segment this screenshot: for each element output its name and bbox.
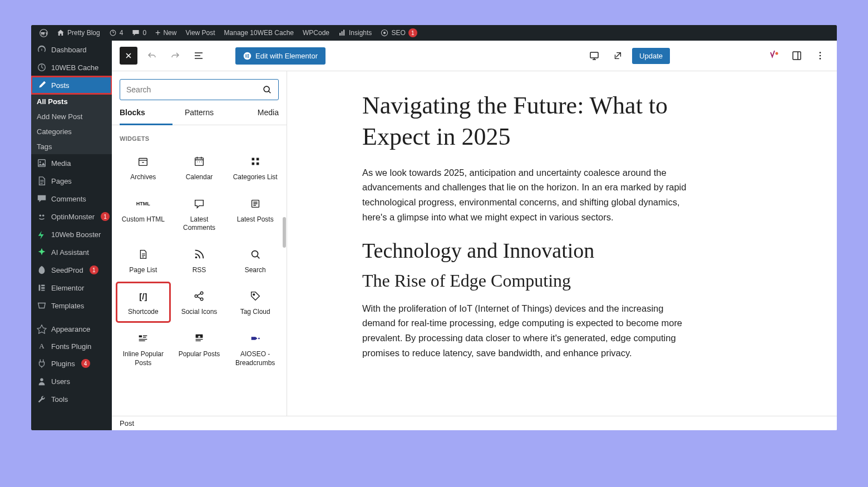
svg-point-5 — [383, 32, 386, 34]
rss-icon — [193, 248, 205, 260]
sidebar-item-seedprod[interactable]: SeedProd1 — [31, 261, 112, 279]
sidebar-item-media[interactable]: Media — [31, 154, 112, 172]
sidebar-sub-tags[interactable]: Tags — [31, 139, 112, 154]
block-calendar[interactable]: Calendar — [172, 147, 226, 188]
block-popular-posts[interactable]: Popular Posts — [172, 324, 226, 373]
preview-desktop-icon[interactable] — [585, 47, 603, 65]
sidebar-item-posts[interactable]: Posts — [31, 76, 112, 94]
tag-icon — [249, 290, 262, 302]
svg-point-35 — [195, 256, 198, 258]
sidebar-item-10web-cache[interactable]: 10WEB Cache — [31, 58, 112, 76]
yoast-icon[interactable] — [765, 47, 782, 65]
svg-rect-44 — [139, 339, 147, 340]
block-categories-list[interactable]: Categories List — [228, 147, 282, 188]
block-page-list[interactable]: Page List — [116, 240, 170, 281]
view-post-icon[interactable] — [609, 47, 627, 65]
tab-media[interactable]: Media — [226, 108, 279, 125]
undo-button[interactable] — [143, 47, 161, 65]
block-rss[interactable]: RSS — [172, 240, 226, 281]
close-button[interactable] — [120, 47, 137, 65]
sidebar-item-appearance[interactable]: Appearance — [31, 320, 112, 338]
adminbar-insights[interactable]: Insights — [334, 25, 376, 41]
svg-point-15 — [40, 378, 43, 381]
sidebar-item-optinmonster[interactable]: OptinMonster1 — [31, 208, 112, 225]
posts-submenu: All Posts Add New Post Categories Tags — [31, 94, 112, 154]
update-button[interactable]: Update — [632, 48, 670, 64]
svg-rect-2 — [342, 31, 343, 36]
popular-posts-icon — [193, 332, 205, 345]
block-custom-html[interactable]: HTMLCustom HTML — [116, 190, 170, 238]
svg-rect-33 — [256, 163, 259, 165]
block-shortcode[interactable]: [/]Shortcode — [116, 282, 170, 322]
svg-rect-41 — [139, 335, 142, 337]
post-paragraph-1[interactable]: As we look towards 2025, anticipation an… — [362, 165, 696, 225]
svg-rect-23 — [793, 52, 801, 60]
sidebar-sub-categories[interactable]: Categories — [31, 124, 112, 139]
tab-blocks[interactable]: Blocks — [120, 108, 172, 125]
site-name[interactable]: Pretty Blog — [53, 25, 104, 41]
block-aioseo-breadcrumbs[interactable]: AIOSEO - Breadcrumbs — [228, 324, 282, 373]
svg-rect-32 — [251, 163, 254, 165]
post-heading-2[interactable]: Technology and Innovation — [362, 238, 803, 263]
block-social-icons[interactable]: Social Icons — [172, 282, 226, 322]
adminbar-manage-cache[interactable]: Manage 10WEB Cache — [220, 25, 298, 41]
comments-count[interactable]: 0 — [128, 25, 150, 41]
block-tag-cloud[interactable]: Tag Cloud — [228, 282, 282, 322]
sidebar-item-dashboard[interactable]: Dashboard — [31, 41, 112, 58]
tab-patterns[interactable]: Patterns — [172, 108, 225, 125]
html-icon: HTML — [137, 198, 149, 210]
admin-bar: Pretty Blog 4 0 +New View Post Manage 10… — [31, 25, 837, 41]
sidebar-item-users[interactable]: Users — [31, 372, 112, 390]
sidebar-sub-all-posts[interactable]: All Posts — [31, 94, 112, 109]
editor-topbar: Edit with Elementor Update — [112, 41, 837, 71]
post-heading-3[interactable]: The Rise of Edge Computing — [362, 270, 803, 291]
block-breadcrumb[interactable]: Post — [112, 416, 837, 430]
svg-point-8 — [40, 161, 41, 163]
options-menu-icon[interactable] — [811, 47, 829, 65]
sidebar-item-templates[interactable]: Templates — [31, 297, 112, 314]
svg-point-9 — [40, 214, 42, 217]
document-overview-button[interactable] — [190, 47, 208, 65]
edit-with-elementor-button[interactable]: Edit with Elementor — [235, 47, 326, 65]
post-content[interactable]: Navigating the Future: What to Expect in… — [287, 71, 837, 416]
wp-logo[interactable] — [36, 25, 52, 41]
svg-rect-1 — [339, 33, 341, 36]
post-title[interactable]: Navigating the Future: What to Expect in… — [362, 90, 696, 153]
calendar-icon — [193, 155, 205, 168]
block-archives[interactable]: Archives — [116, 147, 170, 188]
post-paragraph-2[interactable]: With the proliferation of IoT (Internet … — [362, 301, 696, 361]
new-menu[interactable]: +New — [151, 25, 180, 41]
sidebar-item-fonts-plugin[interactable]: AFonts Plugin — [31, 338, 112, 355]
block-inline-popular-posts[interactable]: Inline Popular Posts — [116, 324, 170, 373]
block-latest-comments[interactable]: Latest Comments — [172, 190, 226, 238]
settings-panel-icon[interactable] — [788, 47, 806, 65]
adminbar-wpcode[interactable]: WPCode — [299, 25, 333, 41]
sidebar-item-elementor[interactable]: Elementor — [31, 279, 112, 297]
refresh-count[interactable]: 4 — [105, 25, 127, 41]
svg-rect-19 — [248, 55, 249, 56]
svg-rect-42 — [143, 335, 147, 336]
sidebar-item-plugins[interactable]: Plugins4 — [31, 355, 112, 372]
sidebar-item-tools[interactable]: Tools — [31, 390, 112, 408]
inline-popular-icon — [137, 332, 149, 345]
optinmonster-badge: 1 — [101, 212, 110, 221]
block-search-input[interactable] — [120, 79, 279, 100]
block-latest-posts[interactable]: Latest Posts — [228, 190, 282, 238]
scrollbar-thumb[interactable] — [283, 217, 286, 248]
sidebar-item-ai-assistant[interactable]: AI Assistant — [31, 243, 112, 261]
sidebar-item-pages[interactable]: Pages — [31, 172, 112, 190]
adminbar-seo[interactable]: SEO1 — [377, 25, 421, 41]
redo-button[interactable] — [166, 47, 184, 65]
block-search[interactable]: Search — [228, 240, 282, 281]
categories-icon — [249, 155, 262, 168]
sidebar-item-comments[interactable]: Comments — [31, 190, 112, 208]
svg-rect-14 — [41, 290, 45, 291]
inserter-tabs: Blocks Patterns Media — [112, 108, 287, 125]
sidebar-sub-add-new[interactable]: Add New Post — [31, 109, 112, 124]
sidebar-item-10web-booster[interactable]: 10Web Booster — [31, 225, 112, 243]
adminbar-view-post[interactable]: View Post — [181, 25, 219, 41]
svg-rect-43 — [143, 337, 146, 337]
svg-rect-45 — [139, 341, 145, 341]
svg-point-25 — [820, 55, 821, 57]
svg-rect-3 — [343, 29, 344, 36]
